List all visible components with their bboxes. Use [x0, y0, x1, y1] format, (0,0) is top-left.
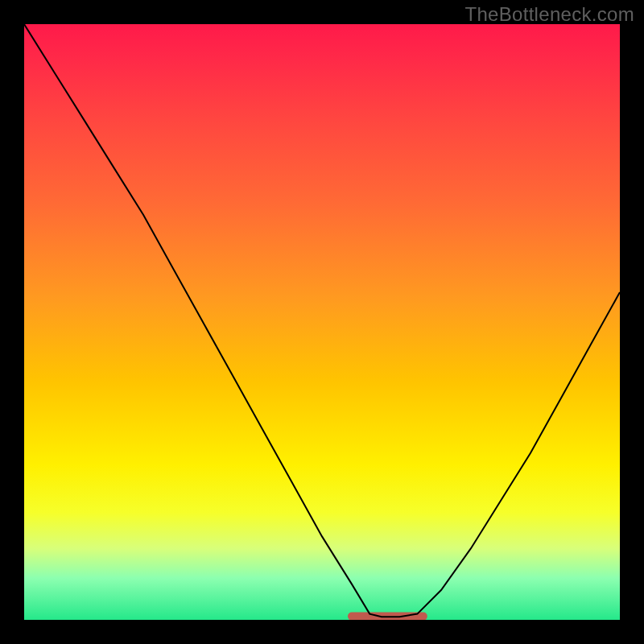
- chart-frame: TheBottleneck.com: [0, 0, 644, 644]
- plot-area: [24, 24, 620, 620]
- bottleneck-curve: [24, 24, 620, 620]
- watermark-text: TheBottleneck.com: [464, 3, 634, 26]
- curve-line: [24, 24, 620, 617]
